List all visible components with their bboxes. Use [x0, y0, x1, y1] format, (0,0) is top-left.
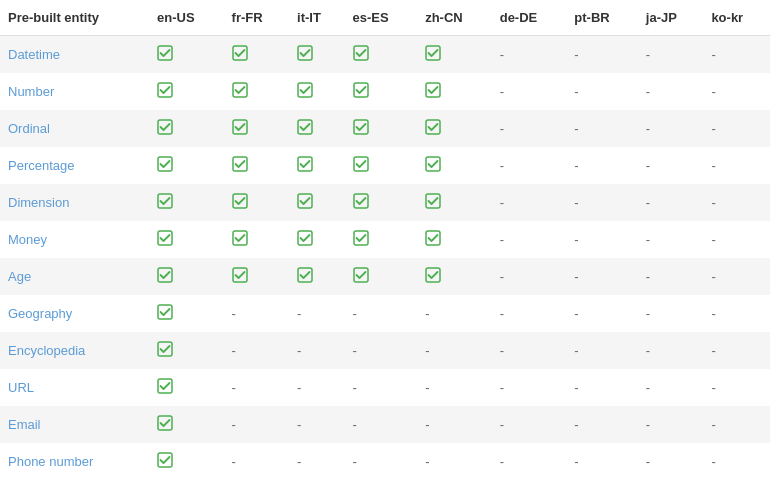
support-cell: - [638, 184, 704, 221]
check-icon [353, 119, 369, 138]
not-supported-dash: - [425, 454, 429, 469]
column-header-zh-cn: zh-CN [417, 0, 492, 36]
support-cell: - [703, 332, 770, 369]
check-icon [157, 267, 173, 286]
support-cell: - [566, 258, 638, 295]
support-cell: - [492, 221, 567, 258]
check-icon [232, 267, 248, 286]
support-cell: - [345, 295, 418, 332]
entity-name-cell: Phone number [0, 443, 149, 480]
check-icon [353, 156, 369, 175]
not-supported-dash: - [574, 306, 578, 321]
table-row: URL -------- [0, 369, 770, 406]
check-icon [157, 341, 173, 360]
not-supported-dash: - [500, 232, 504, 247]
not-supported-dash: - [711, 47, 715, 62]
check-icon [353, 82, 369, 101]
support-cell [345, 184, 418, 221]
not-supported-dash: - [297, 380, 301, 395]
support-cell [289, 73, 344, 110]
not-supported-dash: - [646, 269, 650, 284]
check-icon [297, 230, 313, 249]
support-cell: - [638, 295, 704, 332]
column-header-de-de: de-DE [492, 0, 567, 36]
not-supported-dash: - [297, 454, 301, 469]
support-cell: - [492, 406, 567, 443]
support-cell [417, 73, 492, 110]
support-cell [149, 73, 224, 110]
check-icon [297, 45, 313, 64]
support-cell: - [566, 295, 638, 332]
support-cell: - [638, 110, 704, 147]
support-cell: - [703, 184, 770, 221]
support-cell [345, 36, 418, 74]
support-cell: - [289, 369, 344, 406]
check-icon [157, 415, 173, 434]
not-supported-dash: - [711, 380, 715, 395]
not-supported-dash: - [297, 306, 301, 321]
support-cell: - [703, 369, 770, 406]
table-row: Encyclopedia -------- [0, 332, 770, 369]
check-icon [425, 119, 441, 138]
entity-name-cell: Dimension [0, 184, 149, 221]
not-supported-dash: - [711, 84, 715, 99]
support-cell: - [492, 110, 567, 147]
support-cell: - [638, 406, 704, 443]
not-supported-dash: - [500, 158, 504, 173]
support-cell [289, 184, 344, 221]
check-icon [157, 378, 173, 397]
support-cell: - [289, 443, 344, 480]
not-supported-dash: - [574, 121, 578, 136]
support-cell: - [703, 147, 770, 184]
not-supported-dash: - [500, 195, 504, 210]
check-icon [232, 82, 248, 101]
not-supported-dash: - [232, 454, 236, 469]
support-cell: - [492, 369, 567, 406]
check-icon [157, 304, 173, 323]
not-supported-dash: - [646, 195, 650, 210]
support-cell: - [638, 332, 704, 369]
check-icon [297, 156, 313, 175]
column-header-pt-br: pt-BR [566, 0, 638, 36]
check-icon [157, 119, 173, 138]
not-supported-dash: - [711, 306, 715, 321]
support-cell: - [492, 73, 567, 110]
support-cell: - [492, 184, 567, 221]
column-header-pre-built-entity: Pre-built entity [0, 0, 149, 36]
column-header-ko-kr: ko-kr [703, 0, 770, 36]
support-cell: - [492, 443, 567, 480]
not-supported-dash: - [500, 417, 504, 432]
support-cell [149, 36, 224, 74]
not-supported-dash: - [574, 380, 578, 395]
check-icon [425, 193, 441, 212]
not-supported-dash: - [711, 269, 715, 284]
support-cell [224, 184, 290, 221]
support-cell [149, 443, 224, 480]
support-cell [345, 73, 418, 110]
support-cell: - [417, 443, 492, 480]
support-cell: - [345, 406, 418, 443]
not-supported-dash: - [646, 454, 650, 469]
support-cell [149, 406, 224, 443]
support-cell [417, 110, 492, 147]
support-cell: - [417, 295, 492, 332]
support-cell [417, 36, 492, 74]
table-row: Ordinal ---- [0, 110, 770, 147]
not-supported-dash: - [711, 417, 715, 432]
support-cell: - [638, 221, 704, 258]
not-supported-dash: - [574, 195, 578, 210]
support-cell: - [345, 369, 418, 406]
support-cell: - [566, 110, 638, 147]
not-supported-dash: - [353, 343, 357, 358]
not-supported-dash: - [425, 417, 429, 432]
check-icon [297, 119, 313, 138]
support-cell: - [638, 443, 704, 480]
support-cell: - [703, 406, 770, 443]
support-cell: - [566, 221, 638, 258]
not-supported-dash: - [574, 417, 578, 432]
support-cell [289, 221, 344, 258]
support-cell: - [224, 332, 290, 369]
support-cell: - [703, 295, 770, 332]
not-supported-dash: - [574, 343, 578, 358]
support-cell: - [703, 443, 770, 480]
